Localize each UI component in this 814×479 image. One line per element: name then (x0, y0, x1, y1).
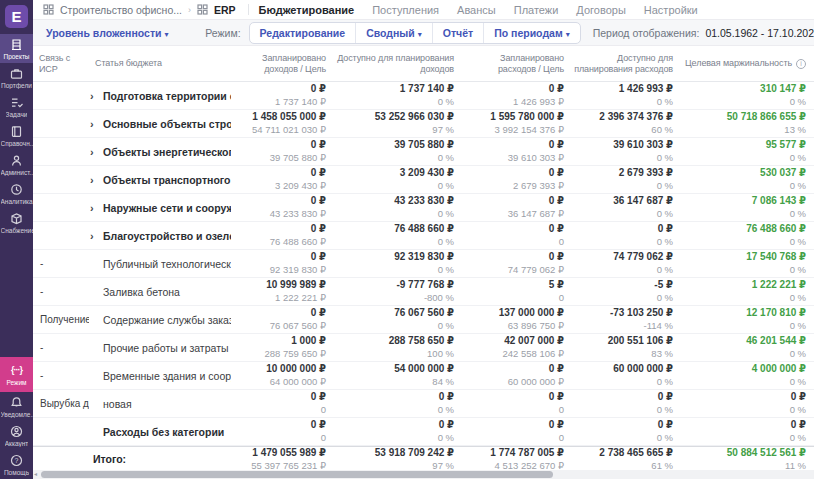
table-row[interactable]: - › Заливка бетона 10 999 989 ₽1 222 221… (33, 278, 814, 306)
cell-available-income: 76 488 660 ₽0 % (326, 223, 454, 248)
cell-planned-expense: 0 ₽39 610 303 ₽ (454, 139, 564, 164)
budget-item-label: Благоустройство и озелен... (103, 230, 231, 242)
tab-settings[interactable]: Настройки (644, 4, 698, 16)
cell-available-expense: 2 679 393 ₽0 % (564, 167, 673, 192)
sidebar-item-label: Админист... (1, 169, 33, 176)
mode-edit-button[interactable]: Редактирование (250, 23, 356, 43)
tab-receipts[interactable]: Поступления (372, 4, 439, 16)
total-available-income: 53 918 709 242 ₽97 % (326, 447, 454, 472)
sidebar-item-label: Справочн... (1, 140, 33, 147)
sidebar-item-directories[interactable]: Справочн... (0, 121, 33, 150)
cell-available-expense: 200 551 106 ₽83 % (564, 335, 673, 360)
cell-available-income: 92 319 830 ₽0 % (326, 251, 454, 276)
scroll-left-arrow-icon[interactable]: ◂ (34, 470, 37, 479)
mode-label: Режим: (205, 27, 240, 39)
horizontal-scrollbar[interactable]: ◂ (33, 470, 814, 479)
sidebar-item-mode[interactable]: {···} Режим (0, 357, 33, 392)
budget-item-label: Основные объекты строит... (103, 118, 231, 130)
sidebar-item-notifications[interactable]: Уведомле... (0, 392, 33, 421)
sidebar-item-analytics[interactable]: Аналитика (0, 179, 33, 208)
cell-budget-item: › Содержание службы заказч... (89, 314, 231, 326)
table-row[interactable]: Получение ор › Содержание службы заказч.… (33, 306, 814, 334)
book-icon (10, 125, 23, 138)
expand-chevron-icon[interactable]: › (89, 202, 103, 214)
cell-planned-income: 10 000 000 ₽64 000 000 ₽ (231, 363, 326, 388)
tab-advances[interactable]: Авансы (457, 4, 496, 16)
mode-summary-button[interactable]: Сводный▾ (355, 23, 432, 43)
cell-available-expense: 0 ₽0 % (564, 391, 673, 416)
sidebar-item-help[interactable]: ? Помощь (0, 450, 33, 479)
sidebar-item-projects[interactable]: Проекты (0, 34, 33, 63)
table-row[interactable]: - › Временные здания и соору... 10 000 0… (33, 362, 814, 390)
cell-available-expense: 74 779 062 ₽0 % (564, 251, 673, 276)
total-target-margin: 50 884 512 561 ₽11 % (673, 447, 814, 472)
sidebar-item-account[interactable]: Аккаунт (0, 421, 33, 450)
table-row[interactable]: › Наружные сети и сооруже... 0 ₽43 233 8… (33, 194, 814, 222)
tab-bar: Бюджетирование Поступления Авансы Платеж… (259, 4, 698, 16)
table-row[interactable]: › Объекты энергетического... 0 ₽39 705 8… (33, 138, 814, 166)
app-logo[interactable]: E (5, 5, 28, 28)
cell-wbs: - (33, 286, 89, 297)
admin-person-icon (10, 154, 23, 167)
sidebar-item-portfolios[interactable]: Портфели (0, 63, 33, 92)
cell-planned-expense: 42 007 000 ₽242 558 106 ₽ (454, 335, 564, 360)
cell-planned-expense: 0 ₽0 (454, 419, 564, 444)
col-header-available-income: Доступно для планирования доходов (326, 53, 454, 75)
table-row[interactable]: › Объекты транспортного х... 0 ₽3 209 43… (33, 166, 814, 194)
expand-chevron-icon[interactable]: › (89, 146, 103, 158)
table-row[interactable]: Вырубка дере › новая 0 ₽0 0 ₽0 % 0 ₽0 0 … (33, 390, 814, 418)
table-row[interactable]: › Основные объекты строит... 1 458 055 0… (33, 110, 814, 138)
cell-target-margin: 17 540 768 ₽0 % (673, 251, 814, 276)
expand-chevron-icon[interactable]: › (89, 118, 103, 130)
expand-chevron-icon[interactable]: › (89, 90, 103, 102)
cell-available-expense: -73 103 250 ₽-114 % (564, 307, 673, 332)
breadcrumb-app[interactable]: ERP (214, 4, 236, 16)
cell-wbs: Получение ор (33, 314, 89, 325)
table-header: Связь с ИСР Статья бюджета Запланировано… (33, 46, 814, 82)
cell-planned-income: 0 ₽39 705 880 ₽ (231, 139, 326, 164)
tab-contracts[interactable]: Договоры (576, 4, 625, 16)
tab-budgeting[interactable]: Бюджетирование (259, 4, 355, 16)
scrollbar-thumb[interactable] (41, 471, 553, 478)
sidebar: E Проекты Портфели Задачи Справочн... Ад… (0, 0, 33, 479)
sidebar-item-procurement[interactable]: Снабжение (0, 208, 33, 237)
cell-budget-item: › Прочие работы и затраты (89, 342, 231, 354)
table-row[interactable]: - › Публичный технологически... 0 ₽92 31… (33, 250, 814, 278)
table-row[interactable]: › Подготовка территории ст... 0 ₽1 737 1… (33, 82, 814, 110)
table-row[interactable]: › Расходы без категории 0 ₽0 0 ₽0 % 0 ₽0… (33, 418, 814, 446)
clock-icon (10, 183, 23, 196)
table-row[interactable]: - › Прочие работы и затраты 1 000 ₽288 7… (33, 334, 814, 362)
nesting-level-button[interactable]: Уровень вложенности▾ (46, 27, 169, 39)
sidebar-item-label: Портфели (1, 82, 32, 89)
cell-available-expense: 60 000 000 ₽0 % (564, 363, 673, 388)
sidebar-item-tasks[interactable]: Задачи (0, 92, 33, 121)
budget-item-label: Расходы без категории (103, 426, 224, 438)
info-icon[interactable]: i (796, 59, 806, 69)
cell-budget-item: › Расходы без категории (89, 426, 231, 438)
expand-chevron-icon[interactable]: › (89, 174, 103, 186)
sidebar-item-label: Помощь (4, 469, 29, 476)
cell-planned-expense: 0 ₽60 000 000 ₽ (454, 363, 564, 388)
cell-target-margin: 46 201 544 ₽0 % (673, 335, 814, 360)
chevron-down-icon: ▾ (165, 30, 169, 39)
expand-chevron-icon[interactable]: › (89, 230, 103, 242)
cell-budget-item: › Временные здания и соору... (89, 370, 231, 382)
grid-icon (43, 4, 54, 15)
cell-available-income: 53 252 966 030 ₽97 % (326, 111, 454, 136)
sidebar-item-administration[interactable]: Админист... (0, 150, 33, 179)
cell-wbs: - (33, 342, 89, 353)
chevron-down-icon: ▾ (566, 30, 570, 39)
box-icon (10, 212, 23, 225)
cell-wbs: - (33, 258, 89, 269)
table-row[interactable]: › Благоустройство и озелен... 0 ₽76 488 … (33, 222, 814, 250)
svg-text:?: ? (15, 457, 19, 464)
cell-planned-income: 10 999 989 ₽1 222 221 ₽ (231, 279, 326, 304)
cell-available-income: 288 758 650 ₽100 % (326, 335, 454, 360)
cell-target-margin: 0 ₽0 % (673, 391, 814, 416)
breadcrumb-project[interactable]: Строительство офисно... (60, 4, 182, 16)
total-planned-expense: 1 774 787 005 ₽4 513 252 670 ₽ (454, 447, 564, 472)
mode-report-button[interactable]: Отчёт (432, 23, 483, 43)
mode-periods-button[interactable]: По периодам▾ (483, 23, 580, 43)
period-value[interactable]: 01.05.1962 - 17.10.202 (705, 27, 814, 39)
tab-payments[interactable]: Платежи (514, 4, 559, 16)
